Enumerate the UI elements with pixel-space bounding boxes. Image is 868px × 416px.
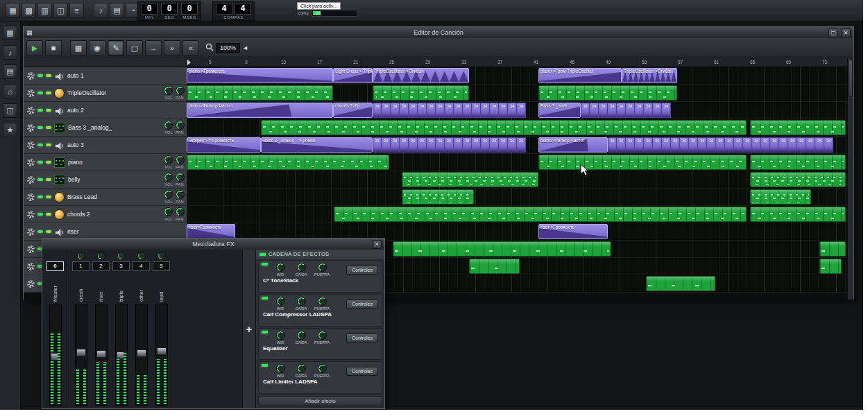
automation-mini-clip[interactable]: 24 xyxy=(517,137,526,153)
volume-knob[interactable] xyxy=(164,86,173,95)
automation-clip-group[interactable]: 2424242424242424242424242424242424 xyxy=(373,103,538,118)
automation-mini-clip[interactable]: 24 xyxy=(418,137,427,153)
effect-knob[interactable] xyxy=(297,263,306,272)
automation-mini-clip[interactable]: 24 xyxy=(472,103,481,118)
track-name[interactable]: chords 2 xyxy=(67,211,90,218)
automation-mini-clip[interactable]: 24 xyxy=(662,137,671,153)
automation-mini-clip[interactable]: 24 xyxy=(382,103,391,118)
mute-led[interactable] xyxy=(37,144,43,146)
fader-handle[interactable] xyxy=(157,347,167,355)
mixer-channel[interactable]: 0Master xyxy=(45,251,67,408)
computer-icon[interactable]: ◫ xyxy=(3,103,17,118)
mixer-channel[interactable]: 3triple xyxy=(111,251,131,408)
effect-knob[interactable] xyxy=(318,263,327,272)
chain-enable-led[interactable] xyxy=(259,253,266,256)
pattern-clip[interactable] xyxy=(334,207,747,222)
channel-number[interactable]: 2 xyxy=(92,261,110,271)
fx-mixer-titlebar[interactable]: Mezcladora FX ✕ xyxy=(42,239,384,250)
add-automation-button[interactable]: ◉ xyxy=(89,40,105,56)
channel-name[interactable]: other xyxy=(138,272,144,302)
cpu-meter[interactable]: CPU xyxy=(298,10,357,17)
track-name[interactable]: piano xyxy=(68,159,83,166)
play-button[interactable]: ▶ xyxy=(26,40,43,56)
automation-mini-clip[interactable]: 24 xyxy=(689,137,698,153)
gear-icon[interactable] xyxy=(27,263,35,270)
send-knob[interactable] xyxy=(158,252,166,260)
automation-mini-clip[interactable]: 24 xyxy=(797,137,806,153)
channel-fader[interactable] xyxy=(135,304,148,406)
track-header[interactable]: chords 2VOLPAN xyxy=(24,206,187,223)
mute-led[interactable] xyxy=(37,74,43,77)
gear-icon[interactable] xyxy=(27,280,35,288)
add-bb-track-button[interactable]: ▦ xyxy=(70,40,87,56)
automation-mini-clip[interactable]: 24 xyxy=(427,103,436,118)
effect-knob[interactable] xyxy=(318,331,327,340)
channel-number[interactable]: 5 xyxy=(153,261,170,271)
effect-controls-button[interactable]: Controles xyxy=(346,300,378,309)
rewind-button[interactable]: « xyxy=(182,40,199,56)
gear-icon[interactable] xyxy=(27,141,35,149)
effect-slot[interactable]: W/DCAÍDAPUERTAControlesCalf Limiter LADS… xyxy=(258,361,382,394)
mute-led[interactable] xyxy=(37,196,43,198)
pattern-clip[interactable] xyxy=(819,259,842,274)
skip-forward-button[interactable]: » xyxy=(164,40,180,56)
song-editor-icon[interactable]: ▦ xyxy=(6,3,20,18)
automation-editor-icon[interactable]: ◫ xyxy=(53,3,68,18)
pattern-clip[interactable] xyxy=(750,155,846,170)
automation-mini-clip[interactable]: 24 xyxy=(436,137,445,153)
automation-clip[interactable]: piano>Фильтр Частот xyxy=(187,103,333,118)
fader-handle[interactable] xyxy=(51,353,60,361)
scrollbar-thumb[interactable] xyxy=(849,60,853,97)
automation-mini-clip[interactable]: 24 xyxy=(400,137,409,153)
add-effect-button[interactable]: Añadir efecto xyxy=(258,396,382,406)
automation-clip[interactable]: TripleOscillator >Огибан xyxy=(373,68,469,83)
automation-mini-clip[interactable]: 24 xyxy=(472,137,481,153)
automation-clip-group[interactable]: 2424242424242424242424242424242424242424… xyxy=(608,137,846,153)
automation-mini-clip[interactable]: 24 xyxy=(382,137,391,153)
pan-knob[interactable] xyxy=(176,173,185,182)
automation-clip[interactable]: TripleOscillator >Огибан xyxy=(622,68,677,83)
automation-mini-clip[interactable]: 24 xyxy=(707,137,716,153)
send-knob[interactable] xyxy=(97,252,105,260)
solo-led[interactable] xyxy=(46,126,51,129)
automation-mini-clip[interactable]: 24 xyxy=(445,137,454,153)
automation-mini-clip[interactable]: 24 xyxy=(698,137,707,153)
automation-clip-group[interactable]: 24242424242424242424 xyxy=(581,103,677,118)
gear-icon[interactable] xyxy=(27,89,35,97)
compas-display[interactable]: 44 COMPAS xyxy=(212,1,255,21)
pattern-clip[interactable] xyxy=(750,120,846,135)
effect-enable-led[interactable] xyxy=(262,263,268,266)
zoom-value[interactable]: 100% xyxy=(216,43,240,53)
volume-knob[interactable] xyxy=(164,207,173,216)
automation-clip[interactable]: chords 2>Гр xyxy=(333,103,373,118)
pan-knob[interactable] xyxy=(176,86,185,95)
time-lcd[interactable]: 0MSEG xyxy=(181,3,198,19)
track-header[interactable]: auto 2 xyxy=(24,102,187,119)
channel-fader[interactable] xyxy=(155,304,168,406)
automation-mini-clip[interactable]: 24 xyxy=(427,137,436,153)
channel-fader[interactable] xyxy=(115,304,128,406)
pattern-clip[interactable] xyxy=(819,241,846,257)
automation-mini-clip[interactable]: 24 xyxy=(806,137,815,153)
song-editor-titlebar[interactable]: ▦ Editor de Canción ▢ ✕ xyxy=(24,27,853,38)
close-icon[interactable]: ✕ xyxy=(841,28,851,37)
automation-mini-clip[interactable]: 24 xyxy=(635,103,644,118)
solo-led[interactable] xyxy=(46,92,51,94)
automation-mini-clip[interactable]: 24 xyxy=(788,137,797,153)
volume-knob[interactable] xyxy=(164,190,173,199)
channel-name[interactable]: Master xyxy=(52,272,58,302)
automation-mini-clip[interactable]: 24 xyxy=(454,103,463,118)
automation-mini-clip[interactable]: 24 xyxy=(824,137,833,153)
mute-led[interactable] xyxy=(37,178,43,181)
pattern-clip[interactable] xyxy=(750,189,811,205)
effect-slot[interactable]: W/DCAÍDAPUERTAControlesCalf Compressor L… xyxy=(258,294,382,327)
track-name[interactable]: riser xyxy=(67,228,79,235)
send-knob[interactable] xyxy=(77,252,85,260)
effect-controls-button[interactable]: Controles xyxy=(346,266,378,275)
automation-mini-clip[interactable]: 24 xyxy=(517,103,526,118)
channel-name[interactable]: lead xyxy=(158,272,164,302)
track-name[interactable]: auto 1 xyxy=(67,72,84,79)
effect-knob[interactable] xyxy=(318,297,327,306)
pattern-clip[interactable] xyxy=(187,155,389,170)
automation-mini-clip[interactable]: 24 xyxy=(725,137,734,153)
